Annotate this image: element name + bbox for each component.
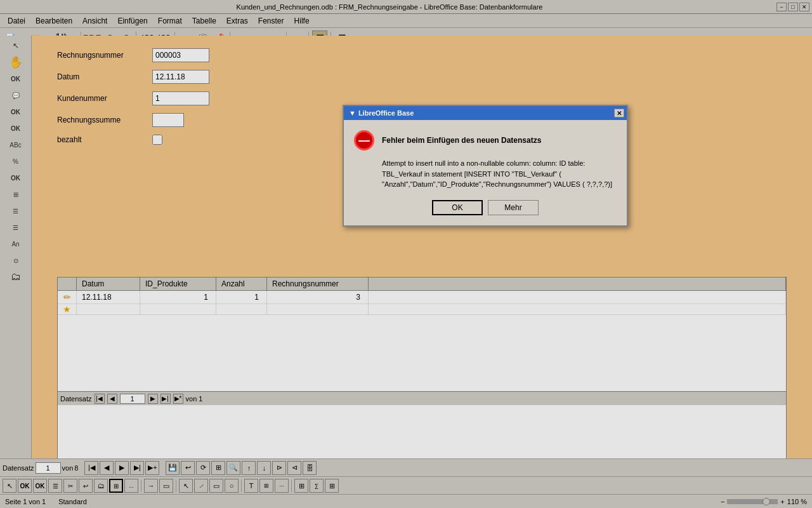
dialog-more-button[interactable]: Mehr [488,200,539,215]
dialog-ok-button[interactable]: OK [432,200,483,215]
dialog-error-message: Attempt to insert null into a non-nullab… [382,158,617,190]
dialog-title-bar: ▼ LibreOffice Base ✕ [344,106,627,120]
dialog-title-text: LibreOffice Base [358,109,414,117]
dialog-close-button[interactable]: ✕ [614,109,624,117]
dialog-error-title: Fehler beim Einfügen des neuen Datensatz… [382,136,541,145]
dialog-buttons: OK Mehr [354,200,617,215]
dialog-content: — Fehler beim Einfügen des neuen Datensa… [344,120,627,225]
dialog-header-row: — Fehler beim Einfügen des neuen Datensa… [354,130,617,150]
dialog-error-icon: — [354,130,374,150]
dialog-collapse-btn[interactable]: ▼ [349,109,356,117]
dialog-overlay [0,0,812,508]
error-dialog: ▼ LibreOffice Base ✕ — Fehler beim Einfü… [343,105,628,227]
